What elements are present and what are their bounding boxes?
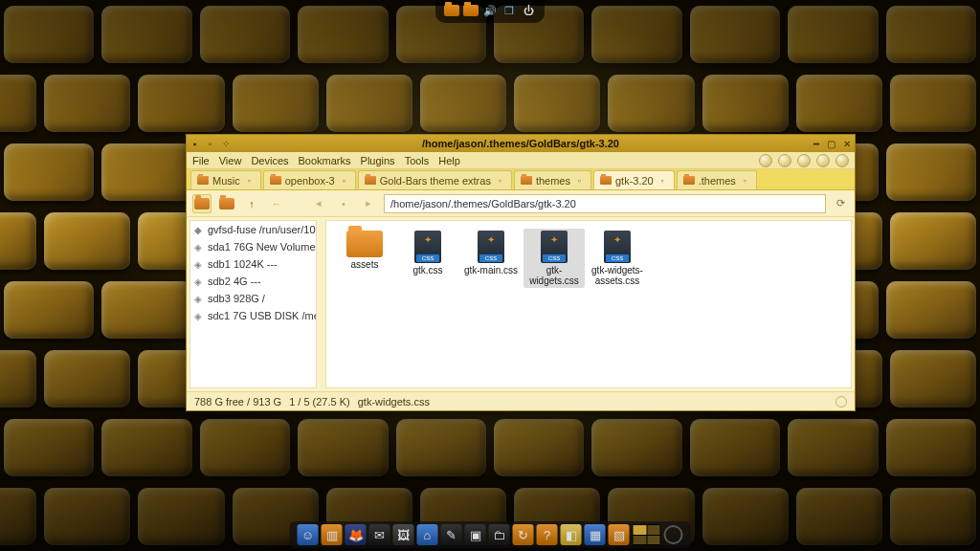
menu-tools[interactable]: Tools <box>405 155 430 166</box>
tab-close-icon[interactable]: ▫ <box>574 175 585 186</box>
toolbar-action-icon-3[interactable] <box>816 154 830 167</box>
power-icon[interactable]: ⏻ <box>520 2 537 19</box>
css-file-icon <box>414 231 441 263</box>
tab-close-icon[interactable]: ▫ <box>339 175 349 186</box>
up-button[interactable]: ↑ <box>242 194 261 213</box>
dock-files-icon[interactable]: ▥ <box>322 524 343 545</box>
close-button[interactable]: ✕ <box>840 138 853 150</box>
toolbar-action-icon-2[interactable] <box>797 154 811 167</box>
dock-accessibility-icon[interactable]: ☺ <box>298 524 319 545</box>
menu-file[interactable]: File <box>192 155 210 166</box>
path-input[interactable]: /home/jason/.themes/GoldBars/gtk-3.20 <box>384 194 826 213</box>
disk-icon: ◈ <box>194 276 204 286</box>
device-item[interactable]: ◈sdc1 7G USB DISK /media/U <box>190 307 316 324</box>
maximize-button[interactable]: ▢ <box>825 138 837 150</box>
top-panel: 🔊 ❒ ⏻ <box>435 0 545 23</box>
dock-session-icon[interactable]: ◧ <box>561 524 582 545</box>
reload-button[interactable]: ⟳ <box>832 195 849 212</box>
folder-icon <box>197 176 209 185</box>
mount-icon: ◆ <box>194 225 204 234</box>
dock-imaging-icon[interactable]: 🖼 <box>393 524 414 545</box>
device-item[interactable]: ◆gvfsd-fuse /run/user/1000/g <box>190 221 316 238</box>
history-back-button[interactable]: ◂ <box>309 194 328 213</box>
menubar: File View Devices Bookmarks Plugins Tool… <box>187 152 855 169</box>
file-label: gtk-widgets.css <box>525 265 583 286</box>
css-file-icon <box>541 231 568 263</box>
file-label: gtk-main.css <box>464 265 518 276</box>
tab-goldbars-extras[interactable]: Gold-Bars theme extras ▫ <box>358 170 512 189</box>
disk-icon: ◈ <box>194 259 204 269</box>
tab-close-icon[interactable]: ▫ <box>244 175 255 186</box>
dock-home-icon[interactable]: ⌂ <box>417 524 438 545</box>
toolbar-action-icon-1[interactable] <box>778 154 791 167</box>
tab-close-icon[interactable]: ▫ <box>740 175 750 186</box>
folder-icon <box>521 176 532 185</box>
tab-dotthemes[interactable]: .themes ▫ <box>677 170 757 189</box>
main-area: ◆gvfsd-fuse /run/user/1000/g ◈sda1 76G N… <box>187 217 855 391</box>
tab-music[interactable]: Music ▫ <box>190 170 261 189</box>
dock-updates-icon[interactable]: ↻ <box>513 524 534 545</box>
dock: ☺ ▥ 🦊 ✉ 🖼 ⌂ ✎ ▣ 🗀 ↻ ? ◧ ▦ ▧ <box>290 521 691 548</box>
tab-themes[interactable]: themes ▫ <box>514 170 591 189</box>
css-file-icon <box>604 231 631 263</box>
statusbar: 788 G free / 913 G 1 / 5 (27.5 K) gtk-wi… <box>187 391 855 410</box>
tab-label: Gold-Bars theme extras <box>380 175 491 187</box>
back-button[interactable]: ← <box>267 194 286 213</box>
window-menu-button[interactable]: ▪ <box>189 138 201 150</box>
path-text: /home/jason/.themes/GoldBars/gtk-3.20 <box>390 198 576 209</box>
file-item-css[interactable]: gtk-widgets-assets.css <box>587 229 648 288</box>
device-label: sdb2 4G --- <box>208 276 261 287</box>
device-label: sdb3 928G / <box>208 293 265 304</box>
device-item[interactable]: ◈sda1 76G New Volume --- <box>190 238 316 255</box>
titlebar[interactable]: ▪ ▫ ⁘ /home/jason/.themes/GoldBars/gtk-3… <box>187 135 855 152</box>
device-label: gvfsd-fuse /run/user/1000/g <box>208 224 316 235</box>
dock-themes-icon[interactable]: ▦ <box>585 524 606 545</box>
dock-power-icon[interactable] <box>664 525 683 544</box>
history-forward-button[interactable]: ▸ <box>359 194 378 213</box>
toolbar-action-icon-4[interactable] <box>835 154 849 167</box>
tab-openbox3[interactable]: openbox-3 ▫ <box>263 170 356 189</box>
tab-gtk320[interactable]: gtk-3.20 ▫ <box>593 170 675 189</box>
status-spinner-icon <box>835 396 847 408</box>
tab-close-icon[interactable]: ▫ <box>657 175 668 186</box>
menu-view[interactable]: View <box>219 155 242 166</box>
menu-help[interactable]: Help <box>438 155 460 166</box>
dock-workspace-pager[interactable] <box>633 524 661 545</box>
device-item[interactable]: ◈sdb2 4G --- <box>190 273 316 290</box>
file-item-css-selected[interactable]: gtk-widgets.css <box>523 229 585 288</box>
dock-appearance-icon[interactable]: ▧ <box>609 524 630 545</box>
disk-icon: ◈ <box>194 294 204 303</box>
window-shade-button[interactable]: ▫ <box>204 138 216 150</box>
tab-close-icon[interactable]: ▫ <box>495 175 505 186</box>
folder-icon <box>346 231 383 257</box>
menu-devices[interactable]: Devices <box>251 155 288 166</box>
panel-folder-icon[interactable] <box>443 2 460 19</box>
dock-terminal-icon[interactable]: ▣ <box>465 524 486 545</box>
file-item-folder[interactable]: assets <box>334 229 395 288</box>
device-item[interactable]: ◈sdb3 928G / <box>190 290 316 307</box>
menu-bookmarks[interactable]: Bookmarks <box>299 155 351 166</box>
volume-icon[interactable]: 🔊 <box>481 2 499 19</box>
window-sticky-button[interactable]: ⁘ <box>219 138 232 150</box>
toolbar-open-icon[interactable] <box>759 154 772 167</box>
device-item[interactable]: ◈sdb1 1024K --- <box>190 255 316 273</box>
menu-plugins[interactable]: Plugins <box>361 155 395 166</box>
folder-icon <box>683 176 695 185</box>
dock-mail-icon[interactable]: ✉ <box>369 524 390 545</box>
device-label: sdc1 7G USB DISK /media/U <box>208 310 316 321</box>
cube-applet-icon[interactable]: ❒ <box>501 2 518 19</box>
file-area[interactable]: assets gtk.css gtk-main.css gtk-widgets.… <box>325 220 852 388</box>
dock-help-icon[interactable]: ? <box>537 524 558 545</box>
panel-folder-icon-2[interactable] <box>462 2 479 19</box>
dock-editor-icon[interactable]: ✎ <box>441 524 462 545</box>
tab-label: gtk-3.20 <box>615 175 654 187</box>
file-item-css[interactable]: gtk-main.css <box>460 229 522 288</box>
file-manager-window: ▪ ▫ ⁘ /home/jason/.themes/GoldBars/gtk-3… <box>186 134 856 411</box>
minimize-button[interactable]: ━ <box>810 138 822 150</box>
device-label: sda1 76G New Volume --- <box>208 241 316 253</box>
file-item-css[interactable]: gtk.css <box>397 229 458 288</box>
dock-firefox-icon[interactable]: 🦊 <box>345 524 367 545</box>
home-button[interactable] <box>217 194 236 213</box>
dock-folder-icon[interactable]: 🗀 <box>489 524 510 545</box>
new-tab-button[interactable] <box>192 194 212 213</box>
